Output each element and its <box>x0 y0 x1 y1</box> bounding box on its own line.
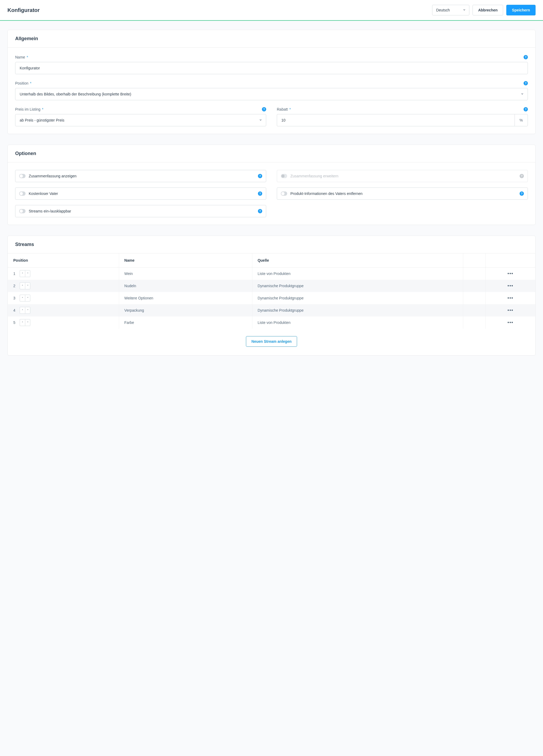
general-card: Allgemein Name * ? <box>7 30 536 134</box>
page-header: Konfigurator Deutsch Abbrechen Speichern <box>0 0 543 21</box>
move-down-button[interactable]: ˅ <box>25 319 30 326</box>
row-position: 5 <box>13 320 16 325</box>
help-icon[interactable]: ? <box>258 209 262 213</box>
row-actions-menu[interactable]: ••• <box>507 271 513 276</box>
save-button[interactable]: Speichern <box>506 5 536 15</box>
chevron-down-icon <box>521 92 524 96</box>
row-actions-menu[interactable]: ••• <box>507 283 513 288</box>
row-source: Liste von Produkten <box>252 268 463 280</box>
help-icon[interactable]: ? <box>258 191 262 196</box>
header-actions: Deutsch Abbrechen Speichern <box>432 5 536 15</box>
move-up-button[interactable]: ˄ <box>20 282 25 289</box>
options-card-header: Optionen <box>8 145 535 162</box>
row-actions-menu[interactable]: ••• <box>507 308 513 313</box>
new-stream-button[interactable]: Neuen Stream anlegen <box>246 336 297 347</box>
cancel-button[interactable]: Abbrechen <box>473 5 503 15</box>
streams-card-header: Streams <box>8 236 535 253</box>
move-up-button[interactable]: ˄ <box>20 319 25 326</box>
discount-unit: % <box>515 114 528 126</box>
col-actions <box>485 253 535 268</box>
toggle-free-parent[interactable] <box>19 191 26 196</box>
help-icon[interactable]: ? <box>524 107 528 111</box>
option-streams-collapsible: Streams ein-/ausklappbar ? <box>15 205 266 217</box>
options-card: Optionen Zusammenfassung anzeigen ? Zusa… <box>7 145 536 225</box>
table-row: 4˄˅VerpackungDynamische Produktgruppe••• <box>8 304 536 316</box>
required-mark: * <box>26 55 28 59</box>
col-empty <box>463 253 486 268</box>
general-card-title: Allgemein <box>15 36 528 41</box>
move-up-button[interactable]: ˄ <box>20 295 25 302</box>
col-position: Position <box>8 253 119 268</box>
move-down-button[interactable]: ˅ <box>25 270 30 277</box>
option-label: Zusammenfassung anzeigen <box>29 174 77 178</box>
toggle-remove-parent-info[interactable] <box>281 191 287 196</box>
move-down-button[interactable]: ˅ <box>25 282 30 289</box>
required-mark: * <box>29 81 31 85</box>
col-source: Quelle <box>252 253 463 268</box>
page-title: Konfigurator <box>7 7 40 13</box>
move-down-button[interactable]: ˅ <box>25 295 30 302</box>
help-icon[interactable]: ? <box>520 191 524 196</box>
required-mark: * <box>41 107 43 111</box>
row-name: Nudeln <box>119 280 252 292</box>
streams-card-title: Streams <box>15 242 528 247</box>
row-actions-menu[interactable]: ••• <box>507 320 513 325</box>
price-select-value: ab Preis - günstigster Preis <box>20 118 64 122</box>
row-source: Liste von Produkten <box>252 316 463 329</box>
position-select-value: Unterhalb des Bildes, oberhalb der Besch… <box>20 92 131 96</box>
move-up-button[interactable]: ˄ <box>20 270 25 277</box>
row-source: Dynamische Produktgruppe <box>252 292 463 304</box>
move-down-button[interactable]: ˅ <box>25 307 30 314</box>
row-position: 1 <box>13 272 16 276</box>
streams-card: Streams Position Name Quelle 1˄˅WeinList… <box>7 236 536 356</box>
name-input[interactable] <box>15 62 528 74</box>
table-row: 5˄˅FarbeListe von Produkten••• <box>8 316 536 329</box>
option-free-parent: Kostenloser Vater ? <box>15 187 266 200</box>
required-mark: * <box>288 107 291 111</box>
price-select[interactable]: ab Preis - günstigster Preis <box>15 114 266 126</box>
option-expand-summary: Zusammenfassung erweitern ? <box>277 170 528 182</box>
row-source: Dynamische Produktgruppe <box>252 304 463 316</box>
chevron-down-icon <box>463 8 466 12</box>
move-up-button[interactable]: ˄ <box>20 307 25 314</box>
row-position: 3 <box>13 296 16 300</box>
col-name: Name <box>119 253 252 268</box>
table-row: 3˄˅Weitere OptionenDynamische Produktgru… <box>8 292 536 304</box>
help-icon[interactable]: ? <box>258 174 262 178</box>
help-icon[interactable]: ? <box>524 55 528 59</box>
option-label: Streams ein-/ausklappbar <box>29 209 71 213</box>
row-position: 2 <box>13 284 16 288</box>
option-label: Kostenloser Vater <box>29 191 58 196</box>
option-label: Zusammenfassung erweitern <box>290 174 339 178</box>
chevron-down-icon <box>259 118 262 122</box>
row-actions-menu[interactable]: ••• <box>507 296 513 300</box>
option-show-summary: Zusammenfassung anzeigen ? <box>15 170 266 182</box>
name-label: Name * <box>15 55 28 59</box>
table-row: 2˄˅NudelnDynamische Produktgruppe••• <box>8 280 536 292</box>
language-select-value: Deutsch <box>436 8 450 12</box>
general-card-header: Allgemein <box>8 30 535 48</box>
streams-table: Position Name Quelle 1˄˅WeinListe von Pr… <box>8 253 535 329</box>
position-select[interactable]: Unterhalb des Bildes, oberhalb der Besch… <box>15 88 528 100</box>
row-position: 4 <box>13 308 16 312</box>
options-card-title: Optionen <box>15 151 528 156</box>
row-name: Farbe <box>119 316 252 329</box>
language-select[interactable]: Deutsch <box>432 5 469 15</box>
row-name: Wein <box>119 268 252 280</box>
discount-label: Rabatt * <box>277 107 291 111</box>
row-name: Weitere Optionen <box>119 292 252 304</box>
price-label: Preis im Listing * <box>15 107 43 111</box>
row-source: Dynamische Produktgruppe <box>252 280 463 292</box>
help-icon[interactable]: ? <box>262 107 266 111</box>
toggle-streams-collapsible[interactable] <box>19 209 26 213</box>
toggle-show-summary[interactable] <box>19 174 26 178</box>
help-icon: ? <box>520 174 524 178</box>
row-name: Verpackung <box>119 304 252 316</box>
discount-input[interactable] <box>277 114 515 126</box>
position-label: Position * <box>15 81 31 85</box>
option-remove-parent-info: Produkt-Informationen des Vaters entfern… <box>277 187 528 200</box>
table-row: 1˄˅WeinListe von Produkten••• <box>8 268 536 280</box>
toggle-expand-summary <box>281 174 287 178</box>
help-icon[interactable]: ? <box>524 81 528 85</box>
option-label: Produkt-Informationen des Vaters entfern… <box>290 191 362 196</box>
